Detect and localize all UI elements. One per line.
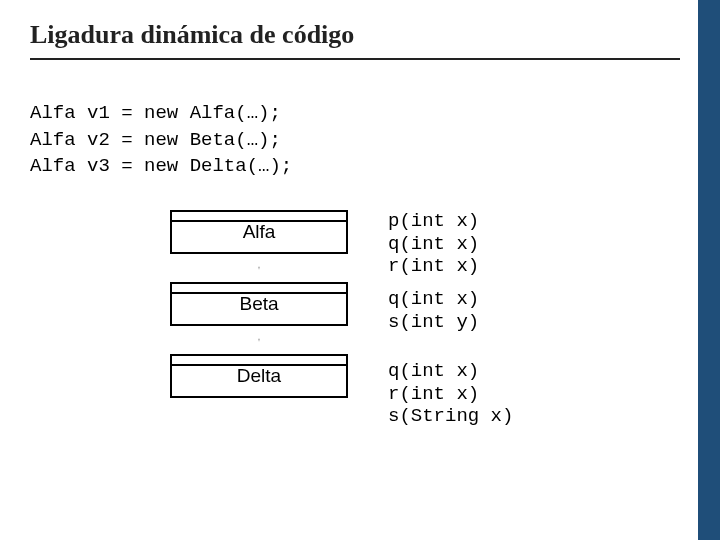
- methods-beta: q(int x) s(int y): [388, 282, 513, 354]
- class-hierarchy: Alfa Beta Delta: [170, 210, 348, 398]
- methods-alfa: p(int x) q(int x) r(int x): [388, 210, 513, 282]
- inheritance-arrow: [258, 254, 260, 282]
- code-block: Alfa v1 = new Alfa(…); Alfa v2 = new Bet…: [30, 100, 680, 180]
- class-label: Beta: [239, 293, 278, 315]
- methods-delta: q(int x) r(int x) s(String x): [388, 354, 513, 428]
- page-title: Ligadura dinámica de código: [30, 20, 680, 60]
- class-box-delta: Delta: [170, 354, 348, 398]
- methods-column: p(int x) q(int x) r(int x) q(int x) s(in…: [388, 210, 513, 428]
- class-box-alfa: Alfa: [170, 210, 348, 254]
- slide-content: Ligadura dinámica de código Alfa v1 = ne…: [0, 0, 720, 448]
- class-label: Alfa: [243, 221, 276, 243]
- class-label: Delta: [237, 365, 281, 387]
- class-box-beta: Beta: [170, 282, 348, 326]
- inheritance-arrow: [258, 326, 260, 354]
- svg-marker-0: [258, 266, 260, 267]
- accent-bar: [698, 0, 720, 540]
- diagram: Alfa Beta Delta p(int x): [30, 210, 680, 428]
- svg-marker-2: [258, 338, 260, 339]
